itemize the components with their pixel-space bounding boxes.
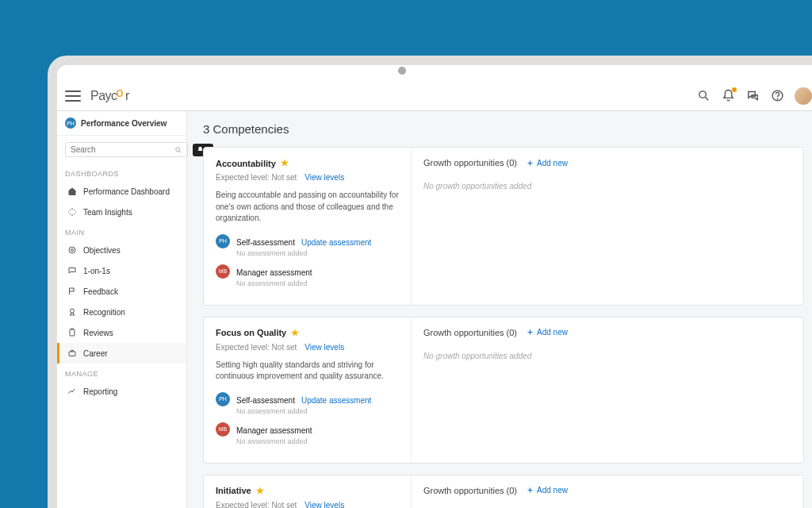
manager-assessment-row: MBManager assessmentNo assessment added (216, 422, 399, 445)
chat-icon[interactable] (745, 89, 760, 103)
sidebar: PH Performance Overview 1 DASHBOARDS (57, 111, 187, 508)
expected-level-value: Not set (272, 173, 297, 182)
view-levels-link[interactable]: View levels (304, 343, 344, 352)
growth-opportunities-label: Growth opportunities (0) (423, 158, 517, 167)
growth-opportunities-label: Growth opportunities (0) (423, 486, 517, 495)
sidebar-item-objectives[interactable]: Objectives (57, 240, 186, 260)
page-title: 3 Competencies (203, 122, 804, 136)
sidebar-item-label: Recognition (83, 308, 125, 317)
svg-point-8 (71, 309, 75, 313)
competency-description: Setting high quality standards and striv… (216, 360, 399, 383)
add-new-button[interactable]: Add new (527, 328, 568, 337)
assessment-status: No assessment added (236, 249, 399, 257)
expected-level-value: Not set (272, 501, 297, 509)
search-icon (174, 146, 182, 154)
assessment-label: Manager assessment (236, 426, 312, 435)
sidebar-item-label: Performance Dashboard (83, 187, 170, 196)
briefcase-icon (67, 348, 77, 358)
sidebar-item-team-insights[interactable]: Team Insights (57, 202, 186, 222)
expected-level-label: Expected level: (216, 501, 270, 509)
sidebar-item-label: Feedback (83, 287, 118, 296)
sidebar-item-feedback[interactable]: Feedback (57, 281, 186, 302)
sidebar-item-recognition[interactable]: Recognition (57, 302, 186, 322)
group-label-main: MAIN (57, 222, 186, 240)
expected-level-label: Expected level: (216, 343, 270, 352)
avatar-mb: MB (216, 422, 230, 437)
topbar: Paycor (57, 81, 812, 111)
self-assessment-row: PHSelf-assessmentUpdate assessmentNo ass… (216, 392, 399, 415)
svg-point-6 (69, 247, 75, 253)
award-icon (67, 307, 77, 317)
assessment-status: No assessment added (236, 437, 399, 445)
sidebar-item-reporting[interactable]: Reporting (57, 381, 186, 402)
competency-name: Initiative (216, 486, 251, 495)
expected-level-value: Not set (272, 343, 297, 352)
target-icon (67, 245, 77, 255)
user-initials-dot: PH (65, 117, 76, 129)
avatar-ph: PH (216, 234, 230, 248)
sidebar-item-1on1s[interactable]: 1-on-1s (57, 260, 186, 281)
view-levels-link[interactable]: View levels (304, 501, 344, 509)
bell-icon[interactable] (721, 89, 735, 103)
add-new-button[interactable]: Add new (527, 486, 568, 495)
view-levels-link[interactable]: View levels (304, 173, 344, 182)
sidebar-item-label: Reporting (83, 387, 117, 396)
plus-icon (527, 329, 534, 336)
notification-dot (731, 87, 737, 93)
plus-icon (527, 487, 534, 494)
sidebar-item-career[interactable]: Career (57, 343, 186, 364)
chat-icon (67, 266, 77, 275)
search-icon[interactable] (696, 89, 710, 103)
sidebar-item-label: Reviews (83, 329, 113, 337)
sidebar-item-label: Team Insights (83, 208, 132, 217)
flag-icon (67, 287, 77, 296)
manager-assessment-row: MBManager assessmentNo assessment added (216, 264, 399, 287)
group-label-manage: MANAGE (57, 364, 186, 381)
svg-point-7 (71, 249, 74, 252)
sidebar-item-label: Career (83, 349, 108, 358)
competency-card: Initiative★Expected level: Not setView l… (203, 475, 804, 509)
search-input[interactable] (65, 142, 188, 157)
self-assessment-row: PHSelf-assessmentUpdate assessmentNo ass… (216, 234, 399, 257)
svg-line-5 (179, 151, 181, 152)
assessment-status: No assessment added (236, 407, 399, 415)
sidebar-header: PH Performance Overview (57, 111, 186, 136)
sidebar-item-label: 1-on-1s (83, 267, 110, 275)
growth-empty-message: No growth opportunities added (423, 182, 791, 190)
expected-level-label: Expected level: (216, 173, 270, 182)
clipboard-icon (67, 328, 77, 337)
svg-rect-10 (69, 352, 75, 356)
growth-empty-message: No growth opportunities added (423, 352, 791, 360)
avatar-ph: PH (216, 392, 230, 406)
sidebar-item-performance-dashboard[interactable]: Performance Dashboard (57, 181, 186, 202)
assessment-label: Manager assessment (236, 268, 312, 277)
assessment-label: Self-assessment (236, 238, 295, 247)
app-logo: Paycor (90, 89, 129, 103)
svg-point-4 (176, 147, 180, 151)
competency-name: Accountability (216, 159, 276, 168)
add-new-button[interactable]: Add new (527, 159, 568, 167)
assessment-label: Self-assessment (236, 396, 295, 405)
trend-icon (67, 387, 77, 396)
competency-description: Being accountable and passing on account… (216, 190, 399, 225)
home-icon (67, 187, 77, 196)
competency-card: Accountability★Expected level: Not setVi… (203, 147, 804, 306)
svg-point-0 (699, 91, 706, 98)
assessment-status: No assessment added (236, 279, 399, 287)
sparkle-icon (67, 207, 77, 217)
plus-icon (527, 160, 534, 167)
update-assessment-link[interactable]: Update assessment (301, 238, 371, 247)
sidebar-title: Performance Overview (81, 119, 167, 128)
star-icon: ★ (291, 328, 299, 338)
hamburger-icon[interactable] (65, 90, 81, 102)
competency-name: Focus on Quality (216, 328, 286, 337)
avatar[interactable] (795, 87, 812, 105)
sidebar-item-label: Objectives (83, 246, 121, 255)
svg-rect-9 (70, 329, 75, 336)
sidebar-item-reviews[interactable]: Reviews (57, 322, 186, 343)
avatar-mb: MB (216, 264, 230, 279)
update-assessment-link[interactable]: Update assessment (301, 396, 371, 405)
competency-card: Focus on Quality★Expected level: Not set… (203, 317, 804, 464)
help-icon[interactable] (770, 89, 784, 103)
group-label-dashboards: DASHBOARDS (57, 164, 186, 181)
